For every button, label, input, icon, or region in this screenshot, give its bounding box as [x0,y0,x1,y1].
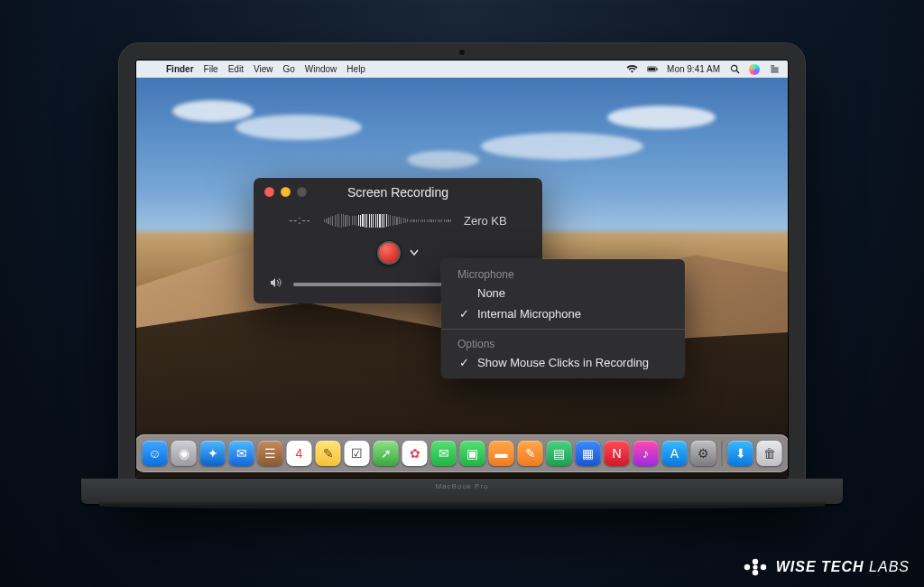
display: Finder File Edit View Go Window Help Mon… [135,60,789,479]
svg-point-10 [753,559,758,564]
menubar: Finder File Edit View Go Window Help Mon… [136,61,788,78]
menubar-item-file[interactable]: File [204,64,218,74]
macbook-label: MacBook Pro [81,479,843,490]
svg-point-3 [731,65,736,70]
svg-rect-7 [771,70,778,70]
window-close-button[interactable] [264,187,274,197]
audio-level-meter [324,212,451,228]
battery-icon[interactable] [646,64,659,75]
svg-rect-8 [771,71,778,72]
check-icon: ✓ [457,356,470,369]
dock-item-keynote[interactable]: ▦ [576,441,601,466]
watermark-text-1: WISE [776,559,817,574]
menubar-item-help[interactable]: Help [346,64,365,74]
wifi-icon[interactable] [625,64,638,75]
svg-rect-1 [648,68,655,70]
notifications-icon[interactable] [768,64,781,75]
dock-item-launchpad[interactable]: ◉ [171,441,197,466]
menubar-item-window[interactable]: Window [305,64,337,74]
dock-item-maps[interactable]: ➚ [374,441,399,466]
apple-menu-icon[interactable] [143,64,156,75]
menu-item-label: Show Mouse Clicks in Recording [477,356,649,369]
dock-item-itunes[interactable]: ♪ [633,441,659,466]
spotlight-icon[interactable] [728,64,741,75]
recording-timecode: --:-- [289,214,310,227]
recording-file-size: Zero KB [464,214,507,228]
dock-item-contacts[interactable]: ☰ [258,441,283,466]
dock-item-finder[interactable]: ☺ [143,441,168,466]
menu-section-microphone: Microphone [441,265,685,283]
dock-item-trash[interactable]: 🗑 [757,441,782,466]
dock-item-reminders[interactable]: ☑ [345,441,370,466]
dock-item-news[interactable]: N [605,441,630,466]
camera-notch [459,50,465,55]
dock-item-books[interactable]: ▬ [489,441,514,466]
dock-item-preferences[interactable]: ⚙ [691,441,716,466]
menubar-item-edit[interactable]: Edit [228,64,244,74]
svg-point-9 [744,564,750,570]
svg-point-12 [761,564,766,570]
check-icon: ✓ [457,307,470,321]
dock-separator [722,441,723,466]
record-options-chevron-icon[interactable] [410,247,419,259]
watermark-logo-icon [742,556,769,578]
menu-item-mic-internal[interactable]: ✓ Internal Microphone [441,303,685,324]
macbook-frame: Finder File Edit View Go Window Help Mon… [119,43,805,504]
menubar-clock[interactable]: Mon 9:41 AM [667,64,720,74]
dock-item-pages[interactable]: ✎ [518,441,543,466]
dock-item-facetime[interactable]: ▣ [460,441,485,466]
dock-item-numbers[interactable]: ▤ [547,441,572,466]
dock-item-safari[interactable]: ✦ [200,441,226,466]
screen-bezel: Finder File Edit View Go Window Help Mon… [119,43,805,504]
menu-item-show-mouse-clicks[interactable]: ✓ Show Mouse Clicks in Recording [441,352,685,373]
menubar-app-name[interactable]: Finder [166,64,194,74]
menu-item-mic-none[interactable]: None [441,283,685,303]
svg-line-4 [736,70,739,73]
window-zoom-button [297,187,307,197]
record-options-menu: Microphone None ✓ Internal Microphone Op… [441,259,685,378]
dock-item-notes[interactable]: ✎ [316,441,341,466]
dock-item-downloads[interactable]: ⬇ [728,441,753,466]
volume-icon [270,277,282,291]
watermark-text-2: TECH [821,559,864,574]
svg-point-11 [753,570,758,575]
window-minimize-button[interactable] [281,187,291,197]
menu-separator [441,329,685,330]
menu-item-label: Internal Microphone [477,307,581,321]
menubar-item-view[interactable]: View [254,64,273,74]
dock-item-calendar[interactable]: 4 [287,441,312,466]
dock-item-appstore[interactable]: A [662,441,688,466]
menu-section-options: Options [441,334,685,352]
svg-rect-6 [771,68,778,69]
dock-item-mail[interactable]: ✉ [229,441,254,466]
macbook-deck: MacBook Pro [81,479,843,504]
siri-icon[interactable] [749,64,760,75]
svg-rect-5 [771,65,774,66]
svg-rect-2 [656,68,657,70]
window-controls [264,187,307,197]
dock: ☺◉✦✉☰4✎☑➚✿✉▣▬✎▤▦N♪A⚙⬇🗑 [135,434,789,472]
svg-point-13 [753,564,757,569]
dock-item-photos[interactable]: ✿ [402,441,428,466]
menubar-item-go[interactable]: Go [282,64,294,74]
menu-item-label: None [477,286,505,300]
dock-item-messages[interactable]: ✉ [431,441,457,466]
watermark-text-3: LABS [869,559,910,574]
watermark: WISE TECH LABS [742,556,910,578]
record-button[interactable] [377,241,401,265]
